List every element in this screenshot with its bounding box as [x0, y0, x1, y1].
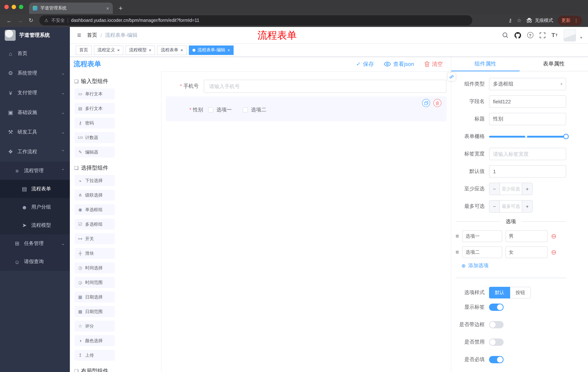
view-json-button[interactable]: 查看json: [384, 61, 414, 67]
remove-option-icon[interactable]: ⊖: [551, 233, 556, 240]
palette-component-color-picker[interactable]: ◑颜色选择: [74, 335, 115, 346]
palette-component-single-line-text[interactable]: ▭单行文本: [74, 88, 115, 99]
palette-component-slider[interactable]: ╪滑块: [74, 248, 115, 259]
help-icon[interactable]: ?: [527, 32, 533, 38]
breadcrumb-home[interactable]: 首页: [87, 32, 97, 38]
canvas-field-phone[interactable]: 手机号: [166, 80, 446, 93]
delete-item-button[interactable]: [433, 99, 441, 107]
sidebar-item-process-form[interactable]: ▤ 流程表单: [0, 180, 70, 198]
increase-button[interactable]: +: [522, 201, 532, 212]
tab-form-props[interactable]: 表单属性: [520, 57, 588, 71]
min-select-placeholder[interactable]: 至少应选: [500, 183, 522, 195]
avatar-caret-icon[interactable]: ▾: [580, 35, 582, 41]
tag-close-icon[interactable]: ×: [180, 48, 183, 52]
sidebar-item-leave-query[interactable]: ☺ 请假查询: [0, 253, 70, 271]
tag-close-icon[interactable]: ×: [117, 48, 120, 52]
palette-component-cascader[interactable]: ⋔级联选择: [74, 190, 115, 201]
tag-process-model[interactable]: 流程模型 ×: [126, 45, 155, 55]
slider-track[interactable]: [489, 136, 566, 138]
sidebar-item-workflow[interactable]: ❖ 工作流程 ⌃: [0, 142, 70, 162]
sidebar-item-user-groups[interactable]: ☻ 用户分组: [0, 198, 70, 216]
tag-process-definition[interactable]: 流程定义 ×: [94, 45, 123, 55]
palette-component-dropdown[interactable]: ◒下拉选择: [74, 175, 115, 186]
option-2-value-input[interactable]: [505, 246, 548, 258]
palette-component-password[interactable]: ⚷密码: [74, 117, 115, 128]
minimize-window-button[interactable]: [12, 5, 16, 9]
tag-home[interactable]: 首页: [76, 45, 92, 55]
palette-component-radio-group[interactable]: ◉单选框组: [74, 204, 115, 215]
bookmark-star-icon[interactable]: ☆: [517, 18, 521, 23]
browser-menu-icon[interactable]: ⋮: [574, 18, 578, 23]
palette-component-counter[interactable]: 123计数器: [74, 132, 115, 143]
font-size-icon[interactable]: T T: [551, 32, 558, 38]
palette-component-time-range[interactable]: ◶时间范围: [74, 277, 115, 288]
palette-component-date-range[interactable]: ▩日期范围: [74, 306, 115, 317]
remove-option-icon[interactable]: ⊖: [551, 249, 556, 255]
tag-process-form[interactable]: 流程表单 ×: [157, 45, 187, 55]
component-type-value[interactable]: [489, 78, 566, 90]
show-label-toggle[interactable]: [489, 304, 504, 311]
browser-tab[interactable]: 芋道管理系统 ×: [29, 2, 113, 14]
option-2-name-input[interactable]: [462, 246, 502, 258]
browser-update-button[interactable]: 更新 ⋮: [558, 15, 582, 25]
increase-button[interactable]: +: [522, 183, 532, 195]
style-default-button[interactable]: 默认: [489, 287, 510, 298]
phone-field-input[interactable]: [204, 80, 446, 93]
style-button-button[interactable]: 按钮: [510, 287, 531, 298]
github-icon[interactable]: [514, 32, 521, 38]
reload-icon[interactable]: ↻: [26, 17, 36, 24]
zoom-window-button[interactable]: [19, 5, 23, 9]
tag-process-form-edit[interactable]: 流程表单-编辑 ×: [189, 45, 234, 55]
palette-component-time-picker[interactable]: ◷时间选择: [74, 262, 115, 273]
decrease-button[interactable]: −: [489, 201, 500, 212]
sidebar-item-payment-management[interactable]: ¥ 支付管理 ⌄: [0, 83, 70, 103]
required-toggle[interactable]: [489, 356, 504, 363]
tag-close-icon[interactable]: ×: [149, 48, 151, 52]
tab-component-props[interactable]: 组件属性: [451, 57, 520, 71]
default-value-input[interactable]: [489, 165, 566, 178]
drag-handle-icon[interactable]: ≡: [456, 249, 459, 255]
palette-component-upload[interactable]: ↥上传: [74, 350, 115, 361]
sidebar-item-process-model[interactable]: ➤ 流程模型: [0, 216, 70, 234]
hamburger-icon[interactable]: ≡: [77, 31, 81, 39]
palette-component-date-picker[interactable]: ▦日期选择: [74, 292, 115, 302]
password-key-icon[interactable]: ⚷: [508, 18, 512, 23]
new-tab-button[interactable]: +: [119, 5, 123, 12]
border-toggle[interactable]: [489, 321, 504, 328]
decrease-button[interactable]: −: [489, 183, 500, 195]
form-canvas[interactable]: 手机号: [162, 71, 451, 372]
fullscreen-icon[interactable]: [539, 32, 545, 38]
gender-option-2-checkbox[interactable]: 选项二: [243, 107, 266, 113]
slider-handle[interactable]: [563, 134, 569, 139]
canvas-field-gender-selected[interactable]: 性别 选项一 选项二: [166, 96, 446, 121]
sidebar-item-home[interactable]: ⌂ 首页: [0, 44, 70, 63]
user-avatar[interactable]: [564, 29, 576, 41]
palette-component-multi-line-text[interactable]: ▤多行文本: [74, 103, 115, 114]
search-icon[interactable]: [502, 32, 508, 38]
palette-component-switch[interactable]: ⊶开关: [74, 233, 115, 244]
add-option-button[interactable]: ⊕ 添加选项: [461, 262, 566, 269]
disabled-toggle[interactable]: [489, 339, 504, 346]
label-width-input[interactable]: [489, 148, 566, 160]
palette-component-checkbox-group[interactable]: ☑多选框组: [74, 219, 115, 230]
sidebar-item-task-management[interactable]: ⊞ 任务管理 ⌄: [0, 234, 70, 253]
palette-component-rate[interactable]: ☆评分: [74, 321, 115, 332]
option-1-name-input[interactable]: [462, 230, 502, 242]
max-select-placeholder[interactable]: 最多可选: [500, 201, 522, 212]
forward-icon[interactable]: →: [15, 17, 25, 23]
sidebar-item-system-management[interactable]: ⚙ 系统管理 ⌄: [0, 63, 70, 83]
grid-slider[interactable]: [489, 130, 566, 143]
sidebar-item-infrastructure[interactable]: ▣ 基础设施 ⌄: [0, 103, 70, 122]
component-type-select[interactable]: ▾: [489, 78, 566, 90]
save-button[interactable]: ✓ 保存: [356, 61, 374, 67]
title-input[interactable]: [489, 113, 566, 125]
clear-button[interactable]: 清空: [424, 61, 443, 67]
palette-component-editor[interactable]: ✎编辑器: [74, 147, 115, 158]
gender-option-1-checkbox[interactable]: 选项一: [208, 107, 232, 113]
url-bar[interactable]: ⚠ 不安全 dashboard.yudao.iocoder.cn/bpm/man…: [39, 15, 472, 25]
close-window-button[interactable]: [4, 5, 9, 9]
back-icon[interactable]: ←: [4, 17, 14, 23]
sidebar-item-dev-tools[interactable]: ⚒ 研发工具 ⌄: [0, 122, 70, 142]
sidebar-item-process-management[interactable]: ≡ 流程管理 ⌃: [0, 162, 70, 180]
drag-handle-icon[interactable]: ≡: [456, 233, 459, 240]
